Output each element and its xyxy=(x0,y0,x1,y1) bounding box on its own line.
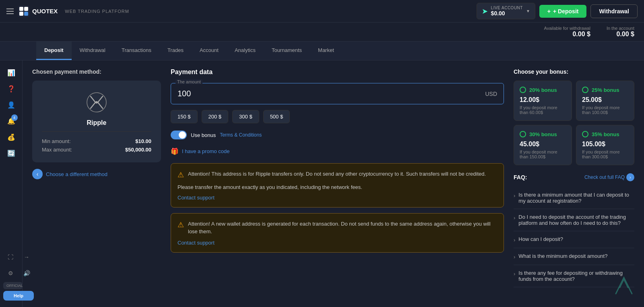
topbar-left: QUOTEX WEB TRADING PLATFORM xyxy=(6,5,129,17)
app-name: QUOTEX xyxy=(32,8,58,15)
faq-expand-icon-3: › xyxy=(514,237,515,243)
promo-code-row[interactable]: 🎁 I have a promo code xyxy=(171,147,504,155)
terms-link[interactable]: Terms & Conditions xyxy=(220,132,262,138)
topbar-right: ➤ LIVE ACCOUNT $0.00 ▼ + + Deposit Withd… xyxy=(477,3,638,19)
bonus-pct-35: 35% bonus xyxy=(592,131,619,137)
payment-name: Ripple xyxy=(87,119,107,127)
sidebar-icon-user[interactable]: 👤 xyxy=(4,97,19,112)
quick-amount-200[interactable]: 200 $ xyxy=(202,110,229,123)
tab-market[interactable]: Market xyxy=(310,41,342,60)
tab-transactions[interactable]: Transactions xyxy=(114,41,159,60)
quick-amount-500[interactable]: 500 $ xyxy=(263,110,290,123)
bonus-card-header-30: 30% bonus xyxy=(520,131,566,137)
bonus-condition-20: If you deposit more than 60.00$ xyxy=(520,105,566,115)
main-layout: 📊 ❓ 👤 🔔 4 💰 🔄 Chosen payment method: xyxy=(0,60,644,307)
bonus-toggle[interactable] xyxy=(171,131,187,139)
payment-data-title: Payment data xyxy=(171,68,504,76)
sidebar-icon-help[interactable]: ❓ xyxy=(4,81,19,96)
bonus-card-35[interactable]: 35% bonus 105.00$ If you deposit more th… xyxy=(576,125,634,165)
hamburger-menu[interactable] xyxy=(6,8,14,14)
bonus-card-20[interactable]: 20% bonus 12.00$ If you deposit more tha… xyxy=(514,81,572,121)
svg-line-7 xyxy=(91,102,95,108)
faq-expand-icon-4: › xyxy=(514,254,515,260)
sub-navigation: Deposit Withdrawal Transactions Trades A… xyxy=(0,41,644,60)
warning-icon-1: ⚠ xyxy=(178,170,184,179)
max-label: Max amount: xyxy=(42,147,72,153)
payment-card: Ripple Min amount: $10.00 Max amount: $5… xyxy=(32,81,161,162)
bonus-card-header-20: 20% bonus xyxy=(520,87,566,93)
quick-amount-300[interactable]: 300 $ xyxy=(232,110,259,123)
tab-deposit[interactable]: Deposit xyxy=(36,41,72,60)
deposit-button[interactable]: + + Deposit xyxy=(539,5,587,18)
topbar: QUOTEX WEB TRADING PLATFORM ➤ LIVE ACCOU… xyxy=(0,0,644,23)
tab-account[interactable]: Account xyxy=(192,41,227,60)
alert-box-2: ⚠ Attention! A new wallet address is gen… xyxy=(171,213,504,253)
amount-input[interactable] xyxy=(171,83,479,104)
min-label: Min amount: xyxy=(42,138,71,144)
bonus-card-30[interactable]: 30% bonus 45.00$ If you deposit more tha… xyxy=(514,125,572,165)
bonus-card-header-35: 35% bonus xyxy=(582,131,628,137)
help-button[interactable]: Help xyxy=(3,291,34,301)
forward-icon[interactable]: → xyxy=(19,250,34,264)
faq-item-1[interactable]: › Is there a minimum amount that I can d… xyxy=(514,187,634,209)
sidebar-icon-notifications[interactable]: 🔔 4 xyxy=(4,114,19,128)
tab-trades[interactable]: Trades xyxy=(159,41,192,60)
faq-expand-icon-5: › xyxy=(514,271,515,277)
faq-question-1: Is there a minimum amount that I can dep… xyxy=(518,192,634,204)
radio-30 xyxy=(520,131,526,137)
bonus-pct-25: 25% bonus xyxy=(592,87,619,93)
bonus-row: Use bonus Terms & Conditions xyxy=(171,131,504,139)
warning-icon-2: ⚠ xyxy=(178,220,184,229)
settings-icon[interactable]: ⚙ xyxy=(3,266,18,280)
back-button[interactable]: ‹ xyxy=(32,169,43,179)
tab-withdrawal[interactable]: Withdrawal xyxy=(72,41,114,60)
payment-method-title: Chosen payment method: xyxy=(32,68,161,75)
max-amount-row: Max amount: $50,000.00 xyxy=(42,147,151,153)
faq-title: FAQ: xyxy=(514,174,527,180)
alert-header-2: ⚠ Attention! A new wallet address is gen… xyxy=(178,220,497,236)
dropdown-arrow-icon: ▼ xyxy=(526,9,530,13)
fullscreen-icon[interactable]: ⛶ xyxy=(3,250,18,264)
bonus-card-25[interactable]: 25% bonus 25.00$ If you deposit more tha… xyxy=(576,81,634,121)
min-amount-row: Min amount: $10.00 xyxy=(42,138,151,144)
middle-panel: Payment data The amount USD 150 $ 200 $ … xyxy=(171,68,504,307)
svg-rect-1 xyxy=(19,7,23,11)
bonus-choose-title: Choose your bonus: xyxy=(514,68,634,75)
faq-item-4[interactable]: › What is the minimum deposit amount? xyxy=(514,248,634,265)
live-account-selector[interactable]: ➤ LIVE ACCOUNT $0.00 ▼ xyxy=(477,3,535,19)
faq-full-link[interactable]: Check out full FAQ › xyxy=(584,173,634,181)
radio-25 xyxy=(582,87,588,93)
amount-field-wrap: The amount USD xyxy=(171,83,504,104)
sidebar-icon-refresh[interactable]: 🔄 xyxy=(4,146,19,160)
quick-amounts: 150 $ 200 $ 300 $ 500 $ xyxy=(171,110,504,123)
toggle-knob xyxy=(179,131,186,139)
in-the-account: In the account 0.00 $ xyxy=(607,26,634,38)
faq-item-3[interactable]: › How can I deposit? xyxy=(514,231,634,248)
faq-item-2[interactable]: › Do I need to deposit the account of th… xyxy=(514,209,634,231)
amount-field-label: The amount xyxy=(175,79,202,84)
svg-line-8 xyxy=(98,96,103,102)
withdrawal-button[interactable]: Withdrawal xyxy=(590,4,638,18)
choose-method-link[interactable]: ‹ Choose a different method xyxy=(32,169,161,179)
contact-support-1[interactable]: Contact support xyxy=(178,195,497,201)
faq-question-3: How can I deposit? xyxy=(518,236,563,242)
alert-content-1: Attention! This address is for Ripple tr… xyxy=(188,170,486,178)
currency-label: USD xyxy=(479,91,504,97)
gift-icon: 🎁 xyxy=(171,147,179,155)
bonus-amount-30: 45.00$ xyxy=(520,141,566,148)
payment-limits: Min amount: $10.00 Max amount: $50,000.0… xyxy=(42,137,151,153)
volume-icon[interactable]: 🔊 xyxy=(19,266,34,280)
sidebar-icon-chart[interactable]: 📊 xyxy=(4,65,19,80)
contact-support-2[interactable]: Contact support xyxy=(178,240,497,246)
bottom-icons: ⛶ → ⚙ 🔊 OFFICIAL Help xyxy=(3,250,34,301)
faq-expand-icon-1: › xyxy=(514,193,515,199)
bonus-condition-25: If you deposit more than 100.00$ xyxy=(582,105,628,115)
platform-name: WEB TRADING PLATFORM xyxy=(65,9,129,14)
left-panel: Chosen payment method: Ripple xyxy=(32,68,161,307)
tab-analytics[interactable]: Analytics xyxy=(227,41,264,60)
alert-box-1: ⚠ Attention! This address is for Ripple … xyxy=(171,163,504,207)
alert-header-1: ⚠ Attention! This address is for Ripple … xyxy=(178,170,497,179)
sidebar-icon-wallet[interactable]: 💰 xyxy=(4,130,19,144)
quick-amount-150[interactable]: 150 $ xyxy=(171,110,198,123)
tab-tournaments[interactable]: Tournaments xyxy=(264,41,310,60)
